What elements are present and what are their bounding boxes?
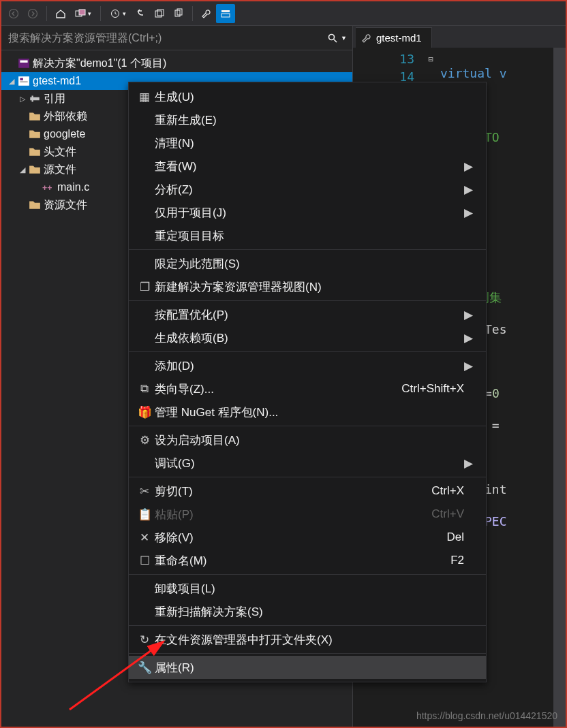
folder-icon (29, 163, 41, 176)
menu-add[interactable]: 添加(D)▶ (129, 354, 486, 377)
svg-rect-3 (79, 10, 85, 15)
gear-icon: ⚙ (134, 433, 155, 447)
menu-class-wizard[interactable]: ⧉类向导(Z)...Ctrl+Shift+X (129, 377, 486, 400)
menu-remove[interactable]: ✕移除(V)Del (129, 526, 486, 549)
menu-retarget[interactable]: 重定项目目标 (129, 224, 486, 247)
submenu-arrow-icon: ▶ (464, 359, 474, 373)
menu-rebuild[interactable]: 重新生成(E) (129, 108, 486, 131)
folder-icon (29, 110, 41, 123)
properties-button[interactable] (197, 4, 216, 23)
wrench-icon (201, 8, 212, 19)
svg-rect-15 (20, 78, 23, 80)
svg-text:++: ++ (42, 183, 52, 193)
preview-button[interactable] (216, 4, 235, 23)
folder-icon (29, 146, 41, 158)
copy-icon (173, 8, 184, 19)
references-icon (29, 93, 41, 105)
solution-label: 解决方案"demo1"(1 个项目) (33, 57, 166, 71)
toolbar (1, 1, 566, 26)
menu-analyze[interactable]: 分析(Z)▶ (129, 178, 486, 201)
search-input[interactable] (7, 31, 327, 45)
cut-icon: ✂ (134, 484, 155, 498)
wrench-icon: 🔧 (134, 661, 155, 675)
submenu-arrow-icon: ▶ (464, 331, 474, 345)
menu-open-folder[interactable]: ↻在文件资源管理器中打开文件夹(X) (129, 628, 486, 651)
folder-icon (29, 199, 41, 211)
nav-forward-button[interactable] (23, 4, 42, 23)
project-context-menu: ▦生成(U) 重新生成(E) 清理(N) 查看(W)▶ 分析(Z)▶ 仅用于项目… (128, 82, 487, 682)
collapse-button[interactable] (169, 4, 188, 23)
menu-clean[interactable]: 清理(N) (129, 131, 486, 155)
folder-icon (29, 128, 41, 140)
menu-nuget[interactable]: 🎁管理 NuGet 程序包(N)... (129, 400, 486, 424)
open-folder-icon: ↻ (134, 633, 155, 647)
submenu-arrow-icon: ▶ (464, 456, 474, 471)
svg-rect-9 (221, 10, 230, 12)
home-icon (55, 8, 66, 19)
menu-view[interactable]: 查看(W)▶ (129, 155, 486, 178)
menu-rescan[interactable]: 重新扫描解决方案(S) (129, 600, 486, 623)
submenu-arrow-icon: ▶ (464, 308, 474, 322)
svg-rect-5 (155, 11, 162, 17)
search-icon[interactable] (327, 33, 338, 44)
remove-icon: ✕ (134, 531, 155, 545)
rename-icon: ☐ (134, 554, 155, 568)
menu-rename[interactable]: ☐重命名(M)F2 (129, 549, 486, 572)
nuget-icon: 🎁 (134, 405, 155, 420)
paste-icon: 📋 (134, 507, 155, 522)
menu-build-deps[interactable]: 生成依赖项(B)▶ (129, 326, 486, 349)
menu-unload[interactable]: 卸载项目(L) (129, 577, 486, 600)
tab-bar: gtest-md1 (353, 26, 566, 48)
menu-set-startup[interactable]: ⚙设为启动项目(A) (129, 428, 486, 452)
submenu-arrow-icon: ▶ (464, 159, 474, 174)
watermark: https://blog.csdn.net/u014421520 (416, 710, 557, 721)
undo-button[interactable] (131, 4, 150, 23)
search-dropdown-icon[interactable]: ▼ (341, 35, 347, 42)
menu-pgo[interactable]: 按配置优化(P)▶ (129, 303, 486, 326)
class-wizard-icon: ⧉ (134, 382, 155, 396)
menu-paste[interactable]: 📋粘贴(P)Ctrl+V (129, 503, 486, 526)
history-button[interactable] (105, 4, 131, 23)
cpp-file-icon: ++ (42, 181, 55, 193)
fold-toggle-icon[interactable]: ⊟ (421, 50, 440, 68)
svg-rect-17 (30, 97, 40, 101)
submenu-arrow-icon: ▶ (464, 206, 474, 220)
svg-rect-18 (32, 96, 33, 102)
menu-cut[interactable]: ✂剪切(T)Ctrl+X (129, 479, 486, 503)
folder-sync-icon (75, 8, 86, 19)
submenu-arrow-icon: ▶ (464, 183, 474, 197)
project-label: gtest-md1 (33, 75, 81, 87)
svg-point-11 (329, 34, 335, 39)
menu-properties[interactable]: 🔧属性(R) (129, 656, 486, 679)
svg-rect-13 (20, 61, 27, 63)
stack-icon (154, 8, 165, 19)
svg-point-0 (10, 9, 18, 18)
menu-new-view[interactable]: ❐新建解决方案资源管理器视图(N) (129, 275, 486, 298)
menu-project-only[interactable]: 仅用于项目(J)▶ (129, 201, 486, 224)
home-button[interactable] (51, 4, 70, 23)
svg-rect-6 (157, 10, 164, 16)
sync-button[interactable] (70, 4, 96, 23)
menu-build[interactable]: ▦生成(U) (129, 85, 486, 108)
tab-gtest-md1[interactable]: gtest-md1 (356, 27, 432, 48)
arrow-left-icon (8, 8, 19, 19)
wrench-icon (361, 33, 372, 44)
menu-debug[interactable]: 调试(G)▶ (129, 452, 486, 475)
preview-icon (220, 8, 231, 19)
search-bar: ▼ (1, 26, 352, 50)
arrow-right-icon (27, 8, 38, 19)
show-all-button[interactable] (150, 4, 169, 23)
solution-icon (18, 57, 30, 69)
menu-scope[interactable]: 限定为此范围(S) (129, 252, 486, 275)
vertical-scrollbar[interactable] (553, 48, 566, 727)
svg-rect-12 (18, 59, 29, 68)
build-icon: ▦ (134, 90, 155, 104)
tab-label: gtest-md1 (376, 32, 422, 44)
history-icon (110, 8, 121, 19)
svg-rect-16 (20, 81, 27, 82)
svg-point-1 (29, 9, 37, 18)
project-icon (18, 75, 30, 87)
nav-back-button[interactable] (4, 4, 23, 23)
new-view-icon: ❐ (134, 280, 155, 294)
solution-node[interactable]: ▶ 解决方案"demo1"(1 个项目) (1, 54, 352, 72)
